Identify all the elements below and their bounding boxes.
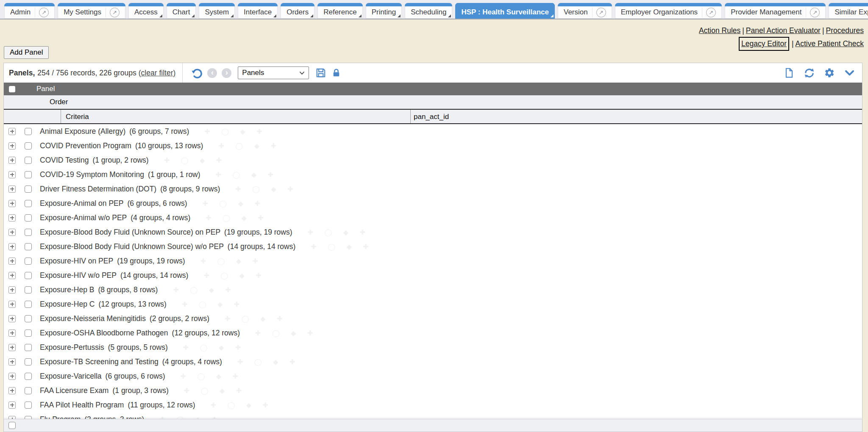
table-row[interactable]: Exposure-HIV on PEP(19 groups, 19 rows) [4, 254, 862, 268]
external-link-icon[interactable]: ↗ [806, 8, 820, 17]
tab-orders[interactable]: Orders [281, 3, 314, 19]
link-procedures[interactable]: Procedures [826, 26, 864, 35]
external-link-icon[interactable]: ↗ [35, 8, 49, 17]
expand-row-icon[interactable] [8, 358, 16, 366]
tab-employer-organizations[interactable]: Employer Organizations↗ [615, 3, 722, 19]
table-row[interactable]: Exposure-Neisseria Meningitidis(2 groups… [4, 311, 862, 326]
row-checkbox[interactable] [25, 301, 32, 308]
row-checkbox[interactable] [25, 200, 32, 207]
expand-row-icon[interactable] [8, 128, 16, 135]
row-checkbox[interactable] [25, 142, 32, 150]
tab-my-settings[interactable]: My Settings↗ [58, 3, 125, 19]
expand-row-icon[interactable] [8, 344, 16, 351]
select-all-checkbox[interactable] [9, 86, 15, 92]
table-row[interactable]: COVID Testing(1 group, 2 rows) [4, 153, 862, 167]
expand-row-icon[interactable] [8, 142, 16, 150]
expand-row-icon[interactable] [8, 157, 16, 164]
lock-icon[interactable] [331, 68, 342, 78]
link-panel-action-evaluator[interactable]: Panel Action Evaluator [746, 26, 821, 35]
table-row[interactable]: Exposure-Varicella(6 groups, 6 rows) [4, 369, 862, 383]
refresh-icon[interactable] [804, 67, 815, 79]
row-checkbox[interactable] [25, 330, 32, 337]
table-row[interactable]: FAA Pilot Health Program(11 groups, 12 r… [4, 398, 862, 412]
expand-row-icon[interactable] [8, 387, 16, 394]
tab-similar-exposure-groups-segs[interactable]: Similar Exposure Groups (SEGs)↗ [829, 3, 868, 19]
row-checkbox[interactable] [25, 373, 32, 380]
row-checkbox[interactable] [25, 315, 32, 322]
expand-row-icon[interactable] [8, 229, 16, 236]
table-row[interactable]: FAA Licensure Exam(1 group, 3 rows) [4, 383, 862, 398]
row-checkbox[interactable] [25, 229, 32, 236]
table-row[interactable]: Exposure-Blood Body Fluid (Unknown Sourc… [4, 225, 862, 239]
tab-provider-management[interactable]: Provider Management↗ [725, 3, 826, 19]
tab-printing[interactable]: Printing [366, 3, 402, 19]
row-checkbox[interactable] [25, 402, 32, 409]
row-checkbox[interactable] [25, 214, 32, 222]
chevron-down-icon[interactable] [844, 67, 855, 79]
tab-scheduling[interactable]: Scheduling [405, 3, 452, 19]
table-row[interactable]: Exposure-HIV w/o PEP(14 groups, 14 rows) [4, 268, 862, 282]
tab-reference[interactable]: Reference [317, 3, 362, 19]
footer-checkbox[interactable] [8, 422, 16, 429]
tab-admin[interactable]: Admin↗ [4, 3, 55, 19]
table-row[interactable]: Exposure-Animal on PEP(6 groups, 6 rows) [4, 196, 862, 210]
view-select[interactable]: Panels [238, 66, 309, 79]
tab-version[interactable]: Version↗ [558, 3, 612, 19]
table-row[interactable]: Exposure-OSHA Bloodborne Pathogen(12 gro… [4, 326, 862, 340]
expand-row-icon[interactable] [8, 200, 16, 207]
undo-icon[interactable] [191, 67, 203, 79]
menu-corner-icon [231, 14, 234, 17]
expand-row-icon[interactable] [8, 286, 16, 294]
expand-row-icon[interactable] [8, 330, 16, 337]
row-checkbox[interactable] [25, 128, 32, 135]
next-icon[interactable]: › [222, 68, 231, 78]
external-link-icon[interactable]: ↗ [702, 8, 716, 17]
previous-icon[interactable]: ‹ [207, 68, 217, 78]
table-row[interactable]: Exposure-Blood Body Fluid (Unknown Sourc… [4, 239, 862, 254]
expand-row-icon[interactable] [8, 301, 16, 308]
table-row[interactable]: Exposure-Hep B(8 groups, 8 rows) [4, 282, 862, 297]
link-active-patient-check[interactable]: Active Patient Check [796, 39, 864, 48]
tab-hsp-health-surveillance[interactable]: HSP : Health Surveillance [455, 3, 555, 19]
table-row[interactable]: Exposure-Pertussis(5 groups, 5 rows) [4, 340, 862, 354]
row-checkbox[interactable] [25, 272, 32, 279]
expand-row-icon[interactable] [8, 171, 16, 178]
row-checkbox[interactable] [25, 243, 32, 250]
expand-row-icon[interactable] [8, 186, 16, 193]
expand-row-icon[interactable] [8, 402, 16, 409]
row-checkbox[interactable] [25, 387, 32, 394]
clear-filter-link[interactable]: (clear filter) [139, 69, 176, 78]
tab-access[interactable]: Access [128, 3, 164, 19]
table-row[interactable]: Exposure-TB Screening and Testing(4 grou… [4, 354, 862, 369]
link-action-rules[interactable]: Action Rules [699, 26, 740, 35]
table-row[interactable]: Animal Exposure (Allergy)(6 groups, 7 ro… [4, 124, 862, 138]
row-checkbox[interactable] [25, 171, 32, 178]
table-row[interactable]: Exposure-Hep C(12 groups, 13 rows) [4, 297, 862, 311]
row-checkbox[interactable] [25, 344, 32, 351]
add-panel-button[interactable]: Add Panel [4, 46, 49, 59]
save-icon[interactable] [315, 67, 326, 78]
expand-row-icon[interactable] [8, 258, 16, 265]
row-checkbox[interactable] [25, 258, 32, 265]
new-document-icon[interactable] [784, 67, 795, 78]
tab-system[interactable]: System [199, 3, 235, 19]
tab-chart[interactable]: Chart [167, 3, 196, 19]
gear-icon[interactable] [824, 67, 835, 78]
row-checkbox[interactable] [25, 286, 32, 294]
expand-row-icon[interactable] [8, 315, 16, 322]
expand-row-icon[interactable] [8, 272, 16, 279]
row-checkbox[interactable] [25, 358, 32, 366]
expand-row-icon[interactable] [8, 214, 16, 222]
expand-row-icon[interactable] [8, 373, 16, 380]
tab-interface[interactable]: Interface [238, 3, 278, 19]
expand-row-icon[interactable] [8, 243, 16, 250]
row-checkbox[interactable] [25, 186, 32, 193]
table-row[interactable]: Driver Fitness Determination (DOT)(8 gro… [4, 182, 862, 196]
table-row[interactable]: COVID-19 Symptom Monitoring(1 group, 1 r… [4, 167, 862, 182]
table-row[interactable]: COVID Prevention Program(10 groups, 13 r… [4, 138, 862, 153]
external-link-icon[interactable]: ↗ [592, 8, 606, 17]
table-row[interactable]: Exposure-Animal w/o PEP(4 groups, 4 rows… [4, 210, 862, 225]
external-link-icon[interactable]: ↗ [106, 8, 120, 17]
row-checkbox[interactable] [25, 157, 32, 164]
link-legacy-editor[interactable]: Legacy Editor [741, 39, 787, 48]
